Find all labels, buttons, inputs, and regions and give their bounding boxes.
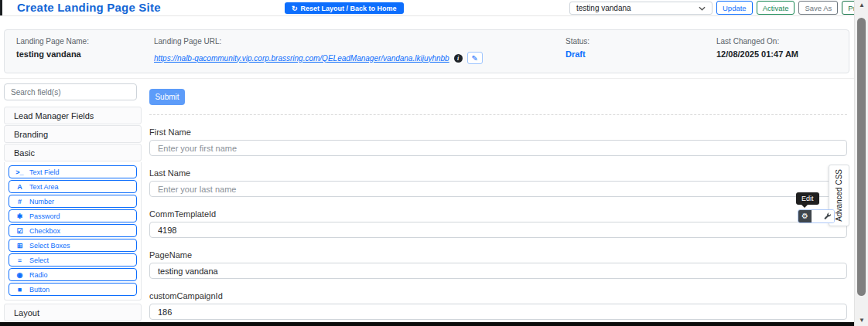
info-icon[interactable]: i	[454, 54, 463, 63]
pagename-input[interactable]	[149, 263, 847, 279]
chevron-down-icon	[699, 6, 706, 11]
commtemplateid-label: CommTemplateId	[149, 209, 847, 219]
dropzone-divider	[149, 114, 847, 115]
field-palette-sidebar: Lead Manager FieldsBrandingBasic >_Text …	[4, 83, 142, 322]
advanced-css-label: Advanced CSS	[835, 169, 843, 222]
update-button[interactable]: Update	[716, 1, 753, 15]
palette-field-label: Checkbox	[29, 227, 60, 235]
page-select-dropdown[interactable]: testing vandana	[569, 2, 713, 15]
header-actions: UpdateActivateSave AsPreview	[716, 1, 868, 15]
last-changed-label: Last Changed On:	[716, 37, 798, 46]
pagename-label: PageName	[149, 250, 847, 260]
palette-sections: Lead Manager FieldsBrandingBasic >_Text …	[4, 107, 142, 321]
last-name-input[interactable]	[149, 181, 847, 197]
palette-field-label: Button	[29, 286, 50, 294]
page-title: Create Landing Page Site	[17, 1, 161, 14]
palette-radio-button[interactable]: ◉Radio	[9, 268, 137, 281]
pencil-icon: ✎	[471, 54, 477, 63]
checkbox-icon: ☑	[15, 227, 24, 235]
last-changed-block: Last Changed On: 12/08/2025 01:47 AM	[716, 37, 798, 59]
asterisk-icon: ✱	[15, 212, 24, 220]
status-label: Status:	[566, 37, 589, 46]
landing-page-name-block: Landing Page Name: testing vandana	[16, 37, 89, 59]
first-name-input[interactable]	[149, 140, 847, 156]
refresh-icon: ↻	[292, 5, 298, 12]
palette-number-button[interactable]: #Number	[9, 195, 137, 208]
vertical-scrollbar[interactable]: ▲ ▼	[854, 0, 868, 326]
bottom-edge-strip	[0, 322, 854, 326]
basic-fields-panel: >_Text FieldAText Area#Number✱Password☑C…	[4, 162, 142, 301]
palette-field-label: Radio	[29, 271, 48, 279]
save-as-button[interactable]: Save As	[798, 1, 838, 15]
customcampaignid-input[interactable]	[149, 304, 847, 320]
landing-page-name-label: Landing Page Name:	[16, 37, 89, 46]
scroll-up-icon[interactable]: ▲	[855, 2, 868, 8]
app-window: Create Landing Page Site ↻ Reset Layout …	[0, 0, 868, 326]
section-layout[interactable]: Layout	[4, 304, 142, 321]
section-branding[interactable]: Branding	[4, 125, 142, 143]
section-headers: Lead Manager FieldsBrandingBasic	[4, 107, 142, 161]
font-icon: A	[15, 183, 24, 191]
square-icon: ■	[15, 286, 24, 294]
hash-icon: #	[15, 198, 24, 205]
palette-field-label: Number	[29, 198, 54, 205]
terminal-icon: >_	[15, 168, 24, 176]
palette-button-button[interactable]: ■Button	[9, 283, 137, 296]
palette-select-button[interactable]: ≡Select	[9, 253, 137, 267]
landing-page-name-value: testing vandana	[16, 49, 89, 59]
customcampaignid-label: customCampaignId	[149, 291, 847, 301]
search-fields-input[interactable]	[4, 83, 137, 100]
last-name-label: Last Name	[149, 168, 847, 178]
status-badge: Draft	[566, 49, 589, 59]
palette-field-label: Select Boxes	[29, 242, 70, 250]
divider	[0, 78, 854, 79]
window-edge	[0, 0, 2, 15]
canvas-fields: First NameLast NameCommTemplateIdPageNam…	[147, 127, 849, 320]
last-changed-value: 12/08/2025 01:47 AM	[716, 49, 798, 59]
field-settings-button[interactable]	[821, 210, 834, 222]
submit-button[interactable]: Submit	[149, 89, 185, 105]
list-icon: ≡	[15, 256, 24, 264]
landing-page-url-label: Landing Page URL:	[154, 37, 483, 46]
palette-password-button[interactable]: ✱Password	[9, 209, 137, 222]
landing-page-url-link[interactable]: https://nalb-qacommunity.vip.corp.brassr…	[154, 54, 449, 63]
gear-icon: ⚙	[801, 210, 808, 222]
landing-page-info-bar: Landing Page Name: testing vandana Landi…	[4, 29, 849, 73]
plus-square-icon: ⊞	[15, 242, 24, 250]
status-block: Status: Draft	[566, 37, 589, 59]
commtemplateid-input[interactable]	[149, 222, 847, 238]
landing-page-url-block: Landing Page URL: https://nalb-qacommuni…	[154, 37, 483, 64]
reset-layout-label: Reset Layout / Back to Home	[301, 5, 397, 12]
edit-field-button[interactable]: ⚙	[798, 210, 812, 222]
edit-url-button[interactable]: ✎	[467, 52, 483, 64]
palette-checkbox-button[interactable]: ☑Checkbox	[9, 224, 137, 237]
page-header: Create Landing Page Site ↻ Reset Layout …	[0, 0, 854, 16]
form-canvas: Submit First NameLast NameCommTemplateId…	[147, 83, 849, 320]
palette-field-label: Text Area	[29, 183, 59, 191]
palette-select-boxes-button[interactable]: ⊞Select Boxes	[9, 239, 137, 252]
palette-text-area-button[interactable]: AText Area	[9, 180, 137, 193]
radio-icon: ◉	[15, 271, 24, 279]
reset-layout-button[interactable]: ↻ Reset Layout / Back to Home	[285, 2, 404, 14]
wrench-icon	[824, 212, 832, 220]
first-name-label: First Name	[149, 127, 847, 137]
page-select-value: testing vandana	[576, 4, 699, 12]
palette-text-field-button[interactable]: >_Text Field	[9, 165, 137, 178]
scroll-down-icon[interactable]: ▼	[855, 317, 868, 324]
scrollbar-thumb[interactable]	[857, 18, 866, 296]
button-group-gap	[812, 210, 821, 222]
section-lead-manager-fields[interactable]: Lead Manager Fields	[4, 107, 142, 124]
palette-field-label: Password	[29, 212, 60, 220]
field-action-group: ⚙	[798, 209, 835, 223]
edit-tooltip: Edit	[796, 192, 819, 205]
palette-field-label: Select	[29, 256, 49, 264]
section-basic[interactable]: Basic	[4, 144, 142, 161]
palette-field-label: Text Field	[29, 168, 60, 176]
activate-button[interactable]: Activate	[757, 1, 795, 15]
